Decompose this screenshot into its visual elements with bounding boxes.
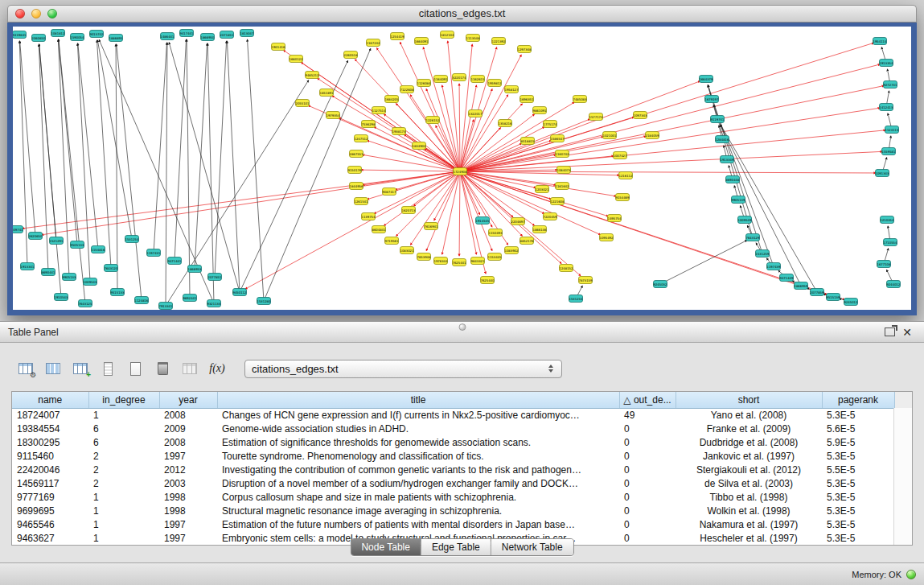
column-header-in-degree[interactable]: in_degree <box>88 392 159 408</box>
graph-node[interactable]: 1866959 <box>795 282 809 290</box>
graph-node[interactable]: 9272741 <box>884 81 898 89</box>
table-cell[interactable]: 1997 <box>159 517 217 531</box>
column-header-out-de-[interactable]: △ out_de... <box>619 392 676 408</box>
graph-node[interactable]: 1976344 <box>434 257 449 265</box>
graph-node[interactable]: 9321133 <box>207 300 222 307</box>
graph-node[interactable]: 9244012 <box>887 281 901 288</box>
graph-node[interactable]: 1221608 <box>551 198 565 205</box>
graph-node[interactable]: 1126084 <box>417 80 432 87</box>
graph-node[interactable]: 1322017 <box>469 110 483 117</box>
graph-node[interactable]: 1954114 <box>873 38 888 45</box>
graph-node[interactable]: 1021001 <box>603 132 618 139</box>
graph-node[interactable]: 1531254 <box>125 236 140 243</box>
graph-node[interactable]: 7643120 <box>105 265 119 272</box>
graph-node[interactable]: 1677108 <box>877 261 892 268</box>
graph-node[interactable]: 9515139 <box>827 294 841 301</box>
graph-node[interactable]: 1531280 <box>257 298 272 305</box>
graph-node[interactable]: 1261541 <box>355 198 369 205</box>
graph-node[interactable]: 1866953 <box>188 266 203 273</box>
row-selection-icon[interactable] <box>97 359 119 378</box>
table-cell[interactable]: 2 <box>88 449 159 463</box>
column-header-title[interactable]: title <box>217 392 619 408</box>
table-cell[interactable]: 0 <box>619 504 676 517</box>
column-header-year[interactable]: year <box>159 392 217 408</box>
graph-node[interactable]: 9154469 <box>616 194 630 201</box>
table-cell[interactable]: 5.9E-5 <box>822 435 894 449</box>
table-cell[interactable]: Hescheler et al. (1997) <box>676 531 822 545</box>
graph-node[interactable]: 1210354 <box>881 216 895 224</box>
graph-node[interactable]: 1959812 <box>488 80 503 87</box>
graph-node[interactable]: 9465212 <box>306 72 320 79</box>
table-cell[interactable]: 9463627 <box>12 531 88 545</box>
table-cell[interactable]: Structural magnetic resonance image aver… <box>217 504 619 517</box>
graph-node[interactable]: 8518815 <box>521 138 536 145</box>
table-cell[interactable]: 0 <box>619 463 676 476</box>
table-cell[interactable]: 5.6E-5 <box>822 422 894 435</box>
graph-node[interactable]: 7485083 <box>573 96 588 103</box>
delete-table-icon[interactable] <box>151 359 174 378</box>
graph-node[interactable]: 1139754 <box>362 213 376 220</box>
table-cell[interactable]: 49 <box>619 408 676 422</box>
graph-node[interactable]: 1091343 <box>876 170 890 177</box>
graph-node[interactable]: 2055101 <box>296 100 310 107</box>
graph-node[interactable]: 7873159 <box>579 277 593 284</box>
table-cell[interactable]: 0 <box>619 490 676 504</box>
table-cell[interactable]: 9115460 <box>12 449 88 463</box>
vertical-scrollbar[interactable] <box>893 408 912 545</box>
table-cell[interactable]: 18724007 <box>12 408 88 422</box>
graph-node[interactable]: 1113548 <box>466 35 481 42</box>
graph-node[interactable]: 9245012 <box>844 299 859 306</box>
graph-node[interactable]: 7653948 <box>417 253 432 261</box>
table-cell[interactable]: Jankovic et al. (1997) <box>676 449 822 463</box>
graph-node[interactable]: 1901416 <box>272 43 286 51</box>
graph-node[interactable]: 2184059 <box>646 132 660 139</box>
table-row[interactable]: 1872400712008Changes of HCN gene express… <box>12 408 912 422</box>
graph-node[interactable]: 1083902 <box>505 247 519 254</box>
table-cell[interactable]: 5.3E-5 <box>822 449 894 463</box>
new-table-icon[interactable] <box>124 359 146 378</box>
graph-node[interactable]: 1162615 <box>471 76 486 83</box>
table-row[interactable]: 969969511998Structural magnetic resonanc… <box>12 504 912 517</box>
column-header-name[interactable]: name <box>12 392 88 408</box>
table-cell[interactable]: Disruption of a novel member of a sodium… <box>217 476 619 490</box>
table-cell[interactable]: Tibbo et al. (1998) <box>676 490 822 504</box>
graph-node[interactable]: 1844956 <box>350 183 364 190</box>
table-row[interactable]: 946554611997Estimation of the future num… <box>12 517 912 531</box>
graph-node[interactable]: 1358216 <box>499 120 513 127</box>
graph-node[interactable]: 1813047 <box>240 30 255 37</box>
graph-node[interactable]: 1710554 <box>884 239 898 246</box>
table-settings-icon[interactable]: ⚙ <box>14 359 37 378</box>
graph-node[interactable]: 1127514 <box>372 107 387 114</box>
graph-node[interactable]: 2060650 <box>32 35 47 42</box>
graph-node[interactable]: 1684205 <box>385 96 400 103</box>
graph-node[interactable]: 1164091 <box>434 76 449 83</box>
graph-node[interactable]: 8604841 <box>372 226 387 233</box>
table-cell[interactable]: 0 <box>619 476 676 490</box>
close-button[interactable] <box>15 9 25 19</box>
minimize-button[interactable] <box>31 9 41 19</box>
graph-node[interactable]: 9643321 <box>471 257 486 265</box>
table-cell[interactable]: 9465546 <box>12 517 88 531</box>
table-cell[interactable]: 1998 <box>159 490 217 504</box>
graph-node[interactable]: 1914545 <box>476 217 491 225</box>
network-canvas[interactable]: 1724908106407311616421221608722045918661… <box>13 27 911 310</box>
graph-node[interactable]: 9515133 <box>111 289 125 296</box>
graph-node[interactable]: 1660122 <box>290 56 304 63</box>
graph-node[interactable]: 1775174 <box>544 121 558 128</box>
table-cell[interactable]: Corpus callosum shape and size in male p… <box>217 490 619 504</box>
graph-node[interactable]: 1197439 <box>767 263 782 270</box>
table-cell[interactable]: Yano et al. (2008) <box>676 408 822 422</box>
table-cell[interactable]: Franke et al. (2009) <box>676 422 822 435</box>
graph-node[interactable]: 1679197 <box>705 96 720 103</box>
float-panel-icon[interactable] <box>881 325 898 340</box>
column-header-pagerank[interactable]: pagerank <box>822 392 894 408</box>
graph-node[interactable]: 1664091 <box>415 38 429 45</box>
table-cell[interactable]: 5.5E-5 <box>822 463 894 476</box>
table-cell[interactable]: 9699695 <box>12 504 88 517</box>
table-cell[interactable]: 5.3E-5 <box>822 504 894 517</box>
graph-node[interactable]: 1226152 <box>426 117 441 124</box>
graph-node[interactable]: 9861091 <box>533 107 548 114</box>
graph-node[interactable]: 3220174 <box>453 74 467 81</box>
graph-node[interactable]: 9505133 <box>71 241 85 249</box>
table-cell[interactable]: 14569117 <box>12 476 88 490</box>
